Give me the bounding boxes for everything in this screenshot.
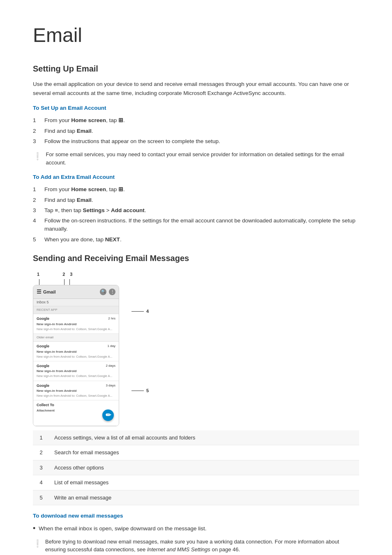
sending-receiving-section: Sending and Receiving Email Messages 1 2… [33,252,359,554]
legend-num-5: 5 [33,490,49,505]
legend-desc-2: Search for email messages [49,445,359,460]
label-3: 3 [70,271,72,278]
legend-desc-1: Access settings, view a list of all emai… [49,430,359,445]
phone-diagram: 1 2 3 ☰ Gmail 🔍 [33,271,119,426]
setup-account-steps: 1 From your Home screen, tap ⊞. 2 Find a… [33,116,359,146]
legend-desc-5: Write an email message [49,490,359,505]
legend-row-3: 3 Access other options [33,460,359,475]
download-bullet-text: When the email inbox is open, swipe down… [39,525,206,533]
email-sender-4: Google 3 days [37,383,115,389]
email-subject-2: New sign-in from Android [37,349,115,354]
legend-row-4: 4 List of email messages [33,475,359,490]
right-labels: 4 5 [131,271,149,411]
add-step-text-2: Find and tap Email. [44,196,359,204]
line-5 [131,391,144,391]
setup-step-2: 2 Find and tap Email. [33,127,359,135]
legend-row-1: 1 Access settings, view a list of all em… [33,430,359,445]
setup-note: ❕ For some email services, you may need … [33,150,359,166]
add-step-text-4: Follow the on-screen instructions. If th… [44,217,359,234]
top-labels: 1 2 3 [37,271,119,278]
legend-table: 1 Access settings, view a list of all em… [33,430,359,506]
phone-screen: ☰ Gmail 🔍 ⋮ Inbox 5 RECENT APP Google [33,285,119,426]
add-step-3: 3 Tap ≡, then tap Settings > Add account… [33,206,359,215]
setting-up-email-section: Setting Up Email Use the email applicati… [33,62,359,244]
email-sender-2: Google 1 day [37,344,115,349]
legend-row-5: 5 Write an email message [33,490,359,505]
setup-step-3: 3 Follow the instructions that appear on… [33,137,359,146]
phone-header-icons: 🔍 ⋮ [100,289,115,295]
email-preview-2: New sign-in from Android to: Collson, Sm… [37,354,115,359]
legend-num-4: 4 [33,475,49,490]
add-step-4: 4 Follow the on-screen instructions. If … [33,217,359,234]
setup-account-subsection: To Set Up an Email Account 1 From your H… [33,104,359,166]
email-subject-4: New sign-in from Android [37,388,115,393]
email-preview-4: New sign-in from Android to: Collson, Sm… [37,393,115,398]
compose-fab: ✏ [102,409,114,421]
add-step-num-3: 3 [33,206,44,215]
email-item-3: Google 2 days New sign-in from Android N… [33,361,119,381]
bullet-dot: • [33,525,35,532]
gmail-label: Gmail [43,289,56,296]
note-text-1: For some email services, you may need to… [46,150,359,166]
legend-desc-3: Access other options [49,460,359,475]
add-step-text-3: Tap ≡, then tap Settings > Add account. [44,206,359,215]
add-step-num-2: 2 [33,196,44,204]
label-2: 2 [62,271,65,278]
setup-step-1: 1 From your Home screen, tap ⊞. [33,116,359,125]
email-preview-1: New sign-in from Android to: Collson, Sm… [37,327,115,331]
legend-desc-4: List of email messages [49,475,359,490]
phone-header-left: ☰ Gmail [37,288,56,296]
note-icon-1: ❕ [33,151,42,162]
add-account-subsection: To Add an Extra Email Account 1 From you… [33,173,359,244]
email-item-1: Google 2 hrs New sign-in from Android Ne… [33,314,119,334]
email-item-2: Google 1 day New sign-in from Android Ne… [33,342,119,361]
note-icon-2: ❕ [33,538,41,549]
label-1: 1 [37,271,39,278]
step-num-3: 3 [33,137,44,146]
search-icon-phone: 🔍 [100,289,106,295]
recent-apps-label: RECENT APP [33,306,119,314]
legend-row-2: 2 Search for email messages [33,445,359,460]
setup-account-heading: To Set Up an Email Account [33,104,359,112]
setting-up-email-heading: Setting Up Email [33,62,359,75]
legend-num-2: 2 [33,445,49,460]
download-steps: • When the email inbox is open, swipe do… [33,525,359,533]
download-bullet: • When the email inbox is open, swipe do… [33,525,359,533]
add-step-2: 2 Find and tap Email. [33,196,359,204]
add-step-num-4: 4 [33,217,44,225]
download-heading: To download new email messages [33,512,359,520]
legend-num-3: 3 [33,460,49,475]
email-item-4: Google 3 days New sign-in from Android N… [33,381,119,401]
step-num-2: 2 [33,127,44,135]
add-step-num-1: 1 [33,185,44,194]
note-text-2: Before trying to download new email mess… [45,538,359,554]
add-step-text-5: When you are done, tap NEXT. [44,236,359,244]
phone-header: ☰ Gmail 🔍 ⋮ [33,285,119,299]
label-4: 4 [146,308,149,315]
setting-up-email-intro: Use the email application on your device… [33,80,359,97]
step-text-2: Find and tap Email. [44,127,359,135]
email-sender-1: Google 2 hrs [37,316,115,322]
add-account-heading: To Add an Extra Email Account [33,173,359,181]
legend-num-1: 1 [33,430,49,445]
line-4 [131,311,144,312]
step-text-3: Follow the instructions that appear on t… [44,137,359,146]
download-subsection: To download new email messages • When th… [33,512,359,554]
page-title: Email [33,21,359,50]
older-email-header: Older email [33,334,119,342]
add-step-1: 1 From your Home screen, tap ⊞. [33,185,359,194]
label-5-row: 5 [131,387,149,394]
download-note: ❕ Before trying to download new email me… [33,538,359,554]
add-step-5: 5 When you are done, tap NEXT. [33,236,359,244]
connector-lines [39,278,119,285]
add-step-num-5: 5 [33,236,44,244]
email-sender-5: Collect To [37,402,115,408]
sending-receiving-heading: Sending and Receiving Email Messages [33,252,359,264]
email-sender-3: Google 2 days [37,363,115,369]
add-step-text-1: From your Home screen, tap ⊞. [44,185,359,194]
menu-icon: ☰ [37,288,42,296]
step-text-1: From your Home screen, tap ⊞. [44,116,359,125]
phone-diagram-container: 1 2 3 ☰ Gmail 🔍 [33,271,359,426]
email-preview-3: New sign-in from Android to: Collson, Sm… [37,374,115,378]
step-num-1: 1 [33,116,44,125]
